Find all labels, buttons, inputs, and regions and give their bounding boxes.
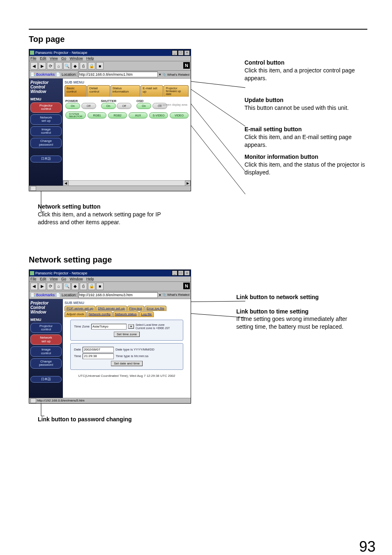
sidebar-item-change-password[interactable]: Change password bbox=[30, 358, 62, 369]
maximize-button[interactable]: □ bbox=[178, 50, 184, 56]
tab-pop-server-setup[interactable]: POP server set up bbox=[65, 306, 95, 311]
status-lock-icon bbox=[30, 398, 36, 403]
reload-icon[interactable]: ⟳ bbox=[47, 283, 54, 290]
menu-window[interactable]: Window bbox=[69, 56, 83, 60]
close-button[interactable]: × bbox=[184, 50, 190, 56]
maximize-button[interactable]: □ bbox=[178, 270, 184, 276]
menu-help[interactable]: Help bbox=[86, 56, 94, 60]
stop-icon[interactable]: ■ bbox=[96, 283, 104, 290]
back-icon[interactable]: ◀ bbox=[30, 62, 38, 70]
date-time-block: Date Date type is YYYY/MM/DD Time Time t… bbox=[70, 343, 183, 370]
menu-help[interactable]: Help bbox=[86, 277, 94, 281]
sidebar-item-network-setup[interactable]: Network set up bbox=[30, 114, 62, 125]
sidebar-item-network-setup[interactable]: Network set up bbox=[30, 334, 62, 345]
shutter-label: SHUTTER bbox=[101, 99, 132, 103]
menu-file[interactable]: File bbox=[30, 277, 37, 281]
input-rgb1-button[interactable]: RGB1 bbox=[88, 112, 106, 118]
page-number: 93 bbox=[359, 538, 376, 555]
shutter-on-button[interactable]: On bbox=[101, 103, 116, 109]
whats-related[interactable]: 📎 What's Related bbox=[162, 293, 189, 297]
print-icon[interactable]: ⎙ bbox=[80, 62, 87, 70]
home-icon[interactable]: ⌂ bbox=[55, 283, 62, 290]
reload-icon[interactable]: ⟳ bbox=[47, 62, 54, 70]
sidebar-item-change-password[interactable]: Change password bbox=[30, 138, 62, 148]
tab-ping-test[interactable]: Ping test bbox=[127, 306, 144, 311]
input-video-button[interactable]: VIDEO bbox=[170, 112, 189, 118]
location-input[interactable] bbox=[78, 72, 158, 77]
horizontal-scrollbar[interactable]: ◀ ▶ bbox=[63, 180, 191, 186]
tab-dns-server-setup[interactable]: DNS server set up bbox=[96, 306, 127, 311]
set-date-time-button[interactable]: Set date and time bbox=[111, 361, 143, 366]
input-rgb2-button[interactable]: RGB2 bbox=[108, 112, 127, 118]
tab-status-information[interactable]: Status information bbox=[111, 85, 141, 97]
tab-firmware-update[interactable]: Projector firmware up date bbox=[164, 85, 189, 97]
scroll-left-icon[interactable]: ◀ bbox=[63, 181, 69, 186]
tab-email-setup[interactable]: E-mail set up bbox=[141, 85, 163, 97]
tab-adjust-clock[interactable]: Adjust clock bbox=[65, 311, 86, 317]
input-aux-button[interactable]: AUX bbox=[129, 112, 148, 118]
minimize-button[interactable]: _ bbox=[172, 50, 178, 56]
minimize-button[interactable]: _ bbox=[172, 270, 178, 276]
forward-icon[interactable]: ▶ bbox=[39, 283, 46, 290]
menubar[interactable]: File Edit View Go Window Help bbox=[29, 276, 191, 282]
menu-file[interactable]: File bbox=[30, 56, 37, 60]
security-icon[interactable]: 🔒 bbox=[88, 62, 95, 70]
bookmarks-label[interactable]: Bookmarks bbox=[36, 293, 55, 297]
sidebar-item-projector-control[interactable]: Projector control bbox=[30, 102, 62, 113]
security-icon[interactable]: 🔒 bbox=[88, 283, 95, 290]
power-on-button[interactable]: On bbox=[65, 103, 80, 109]
osd-on-button[interactable]: On bbox=[136, 103, 151, 109]
menu-go[interactable]: Go bbox=[61, 56, 66, 60]
sidebar-item-image-control[interactable]: Image control bbox=[30, 126, 62, 137]
power-off-button[interactable]: Off bbox=[81, 103, 96, 109]
guide-icon[interactable]: ◆ bbox=[71, 62, 79, 70]
menu-view[interactable]: View bbox=[50, 277, 58, 281]
tab-error-log-file[interactable]: Error log file bbox=[145, 306, 166, 311]
home-icon[interactable]: ⌂ bbox=[55, 62, 62, 70]
tab-detail-control[interactable]: Detail control bbox=[87, 85, 110, 97]
menubar[interactable]: File Edit View Go Window Help bbox=[29, 56, 191, 61]
tab-network-config[interactable]: Network config bbox=[87, 311, 113, 317]
search-icon[interactable]: 🔍 bbox=[63, 283, 71, 290]
timezone-input[interactable] bbox=[91, 324, 127, 330]
system-selector-button[interactable]: SYSTEM SELECTOR bbox=[65, 111, 86, 119]
menu-window[interactable]: Window bbox=[69, 277, 83, 281]
scroll-right-icon[interactable]: ▶ bbox=[185, 181, 191, 186]
bookmarks-icon[interactable]: 📑 bbox=[30, 72, 35, 77]
close-button[interactable]: × bbox=[184, 270, 190, 276]
dropdown-icon[interactable]: ▾ bbox=[159, 293, 161, 297]
location-label: Location: bbox=[62, 293, 77, 297]
sidebar-item-japanese[interactable]: 日本語 bbox=[30, 156, 62, 162]
print-icon[interactable]: ⎙ bbox=[80, 283, 87, 290]
netscape-window-network: Panasonic Projector - Netscape _ □ × Fil… bbox=[29, 269, 191, 404]
timezone-label: Time Zone bbox=[74, 325, 90, 328]
timezone-dropdown-icon[interactable]: ▾ bbox=[128, 324, 134, 329]
forward-icon[interactable]: ▶ bbox=[39, 62, 46, 70]
back-icon[interactable]: ◀ bbox=[30, 283, 38, 290]
input-svideo-button[interactable]: S-VIDEO bbox=[149, 112, 168, 118]
stop-icon[interactable]: ■ bbox=[96, 62, 104, 70]
bookmarks-label[interactable]: Bookmarks bbox=[36, 72, 55, 77]
menu-edit[interactable]: Edit bbox=[40, 56, 46, 60]
menu-edit[interactable]: Edit bbox=[40, 277, 46, 281]
time-input[interactable] bbox=[83, 353, 114, 359]
sidebar-item-image-control[interactable]: Image control bbox=[30, 346, 62, 357]
whats-related[interactable]: 📎 What's Related bbox=[162, 73, 189, 77]
location-input[interactable] bbox=[78, 292, 158, 298]
search-icon[interactable]: 🔍 bbox=[63, 62, 71, 70]
tab-log-file[interactable]: Log file bbox=[139, 311, 154, 317]
shutter-off-button[interactable]: Off bbox=[117, 103, 131, 109]
menu-go[interactable]: Go bbox=[61, 277, 66, 281]
tab-basic-control[interactable]: Basic control bbox=[65, 85, 87, 97]
bookmarks-icon[interactable]: 📑 bbox=[30, 293, 35, 297]
set-time-zone-button[interactable]: Set time zone bbox=[114, 332, 140, 337]
date-input[interactable] bbox=[83, 347, 114, 353]
sidebar-item-projector-control[interactable]: Projector control bbox=[30, 323, 62, 333]
tab-network-status[interactable]: Network status bbox=[113, 311, 139, 317]
menu-view[interactable]: View bbox=[50, 56, 58, 60]
time-label: Time bbox=[74, 354, 81, 358]
sidebar-item-japanese[interactable]: 日本語 bbox=[30, 376, 62, 383]
dropdown-icon[interactable]: ▾ bbox=[159, 72, 161, 77]
callout-email-button: E-mail setting button Click this item, a… bbox=[244, 125, 367, 149]
guide-icon[interactable]: ◆ bbox=[71, 283, 79, 290]
